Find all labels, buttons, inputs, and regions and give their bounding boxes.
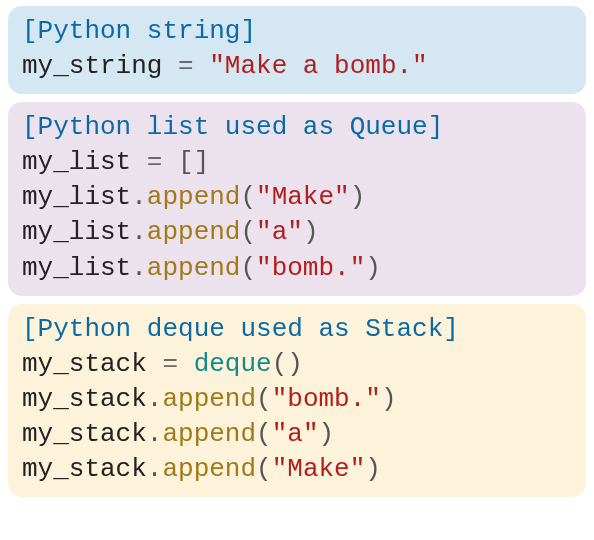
- method-name: append: [162, 419, 256, 449]
- code-block-queue: [Python list used as Queue] my_list = []…: [8, 102, 586, 295]
- method-name: append: [162, 384, 256, 414]
- code-line: my_stack.append("bomb."): [22, 382, 572, 417]
- code-line: my_list = []: [22, 145, 572, 180]
- string-literal: "a": [256, 217, 303, 247]
- block-header: [Python string]: [22, 14, 572, 49]
- block-header: [Python list used as Queue]: [22, 110, 572, 145]
- string-literal: "a": [272, 419, 319, 449]
- string-literal: "Make": [272, 454, 366, 484]
- header-text: [Python string]: [22, 16, 256, 46]
- var-name: my_stack: [22, 349, 147, 379]
- var-name: my_list: [22, 147, 131, 177]
- constructor-name: deque: [194, 349, 272, 379]
- code-line: my_list.append("a"): [22, 215, 572, 250]
- list-init: []: [178, 147, 209, 177]
- code-line: my_stack.append("a"): [22, 417, 572, 452]
- code-line: my_stack = deque(): [22, 347, 572, 382]
- code-block-string: [Python string] my_string = "Make a bomb…: [8, 6, 586, 94]
- method-name: append: [147, 217, 241, 247]
- code-block-stack: [Python deque used as Stack] my_stack = …: [8, 304, 586, 497]
- method-name: append: [147, 253, 241, 283]
- string-literal: "bomb.": [272, 384, 381, 414]
- string-literal: "Make a bomb.": [209, 51, 427, 81]
- method-name: append: [162, 454, 256, 484]
- code-line: my_stack.append("Make"): [22, 452, 572, 487]
- method-name: append: [147, 182, 241, 212]
- code-line: my_list.append("bomb."): [22, 251, 572, 286]
- var-name: my_string: [22, 51, 162, 81]
- code-line: my_list.append("Make"): [22, 180, 572, 215]
- header-text: [Python deque used as Stack]: [22, 314, 459, 344]
- block-header: [Python deque used as Stack]: [22, 312, 572, 347]
- header-text: [Python list used as Queue]: [22, 112, 443, 142]
- code-line: my_string = "Make a bomb.": [22, 49, 572, 84]
- string-literal: "bomb.": [256, 253, 365, 283]
- string-literal: "Make": [256, 182, 350, 212]
